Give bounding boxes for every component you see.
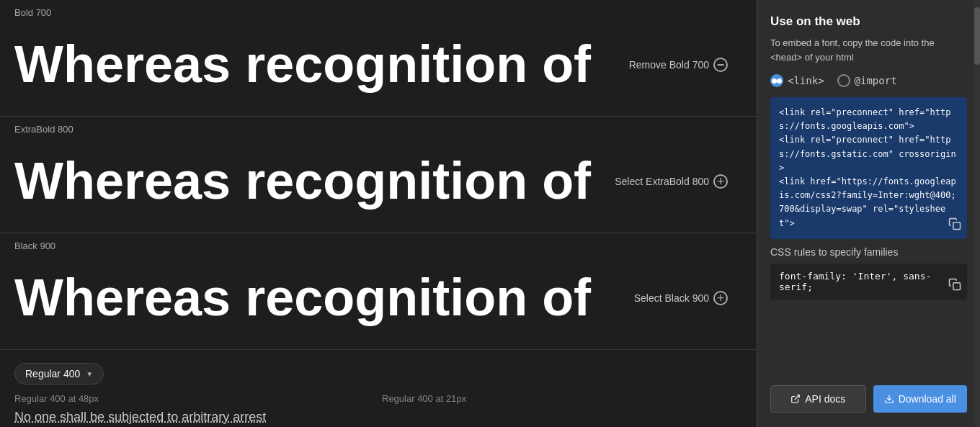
left-panel: Bold 700 Whereas recognition of the inhe… [0, 0, 757, 427]
black900-preview: Whereas recognition of the inhere [14, 269, 605, 326]
copy-embed-code-button[interactable] [948, 217, 961, 233]
radio-link-circle [770, 74, 783, 87]
extrabold800-row: Whereas recognition of the inher Select … [14, 142, 742, 221]
api-docs-button[interactable]: API docs [770, 385, 866, 413]
plus-icon-black: + [713, 291, 728, 305]
bold700-preview: Whereas recognition of the inhere [14, 36, 605, 93]
bottom-buttons: API docs Download all [770, 375, 967, 413]
black900-section: Black 900 Whereas recognition of the inh… [0, 233, 757, 350]
preview-bottom-text: No one shall be subjected to arbitrary a… [14, 410, 266, 424]
bold700-label: Bold 700 [14, 7, 742, 18]
scrollbar[interactable] [974, 0, 980, 427]
chevron-down-icon: ▼ [86, 370, 93, 378]
copy-css-code-button[interactable] [948, 278, 961, 294]
style-dropdown[interactable]: Regular 400 ▼ [14, 363, 104, 385]
preview-size-labels: Regular 400 at 48px Regular 400 at 21px [0, 390, 757, 407]
radio-import-option[interactable]: @import [837, 74, 897, 87]
remove-icon: − [713, 58, 728, 72]
api-docs-label: API docs [805, 393, 845, 405]
bold700-row: Whereas recognition of the inhere Remove… [14, 25, 742, 104]
black900-label: Black 900 [14, 241, 742, 251]
panel-description: To embed a font, copy the code into the … [770, 36, 967, 64]
plus-icon-extrabold: + [713, 174, 728, 189]
remove-bold700-label: Remove Bold 700 [629, 59, 709, 71]
remove-bold700-button[interactable]: Remove Bold 700 − [629, 58, 728, 72]
bold700-section: Bold 700 Whereas recognition of the inhe… [0, 0, 757, 117]
radio-import-label: @import [855, 75, 897, 86]
extrabold800-section: ExtraBold 800 Whereas recognition of the… [0, 117, 757, 233]
embed-code-text: <link rel="preconnect" href="https://fon… [779, 106, 958, 230]
css-code-block: font-family: 'Inter', sans-serif; [770, 264, 967, 300]
svg-rect-1 [953, 282, 961, 289]
style-dropdown-label: Regular 400 [25, 368, 80, 379]
extrabold800-label: ExtraBold 800 [14, 124, 742, 135]
svg-rect-0 [953, 222, 961, 229]
css-section-title: CSS rules to specify families [770, 246, 967, 258]
preview-bottom-area: Regular 400 ▼ [0, 353, 757, 390]
preview-label-right: Regular 400 at 21px [382, 393, 466, 404]
radio-import-circle [837, 74, 850, 87]
embed-code-block: <link rel="preconnect" href="https://fon… [770, 97, 967, 239]
black900-row: Whereas recognition of the inhere Select… [14, 259, 742, 338]
radio-link-option[interactable]: <link> [770, 74, 824, 87]
extrabold800-preview: Whereas recognition of the inher [14, 153, 605, 210]
css-code-text: font-family: 'Inter', sans-serif; [779, 271, 958, 292]
select-black900-button[interactable]: Select Black 900 + [634, 291, 728, 305]
scrollbar-thumb [974, 7, 980, 65]
svg-line-2 [795, 395, 799, 400]
right-panel: Use on the web To embed a font, copy the… [757, 0, 980, 427]
preview-label-left: Regular 400 at 48px [14, 393, 99, 404]
select-extrabold800-button[interactable]: Select ExtraBold 800 + [615, 174, 728, 189]
preview-bottom-text-area: No one shall be subjected to arbitrary a… [0, 407, 757, 427]
embed-type-radio-group: <link> @import [770, 74, 967, 87]
panel-title: Use on the web [770, 14, 967, 29]
download-icon [884, 394, 894, 404]
external-link-icon [790, 394, 801, 404]
radio-link-label: <link> [788, 75, 824, 86]
download-all-label: Download all [899, 393, 956, 405]
select-extrabold800-label: Select ExtraBold 800 [615, 176, 709, 187]
select-black900-label: Select Black 900 [634, 292, 709, 304]
download-all-button[interactable]: Download all [873, 385, 968, 413]
